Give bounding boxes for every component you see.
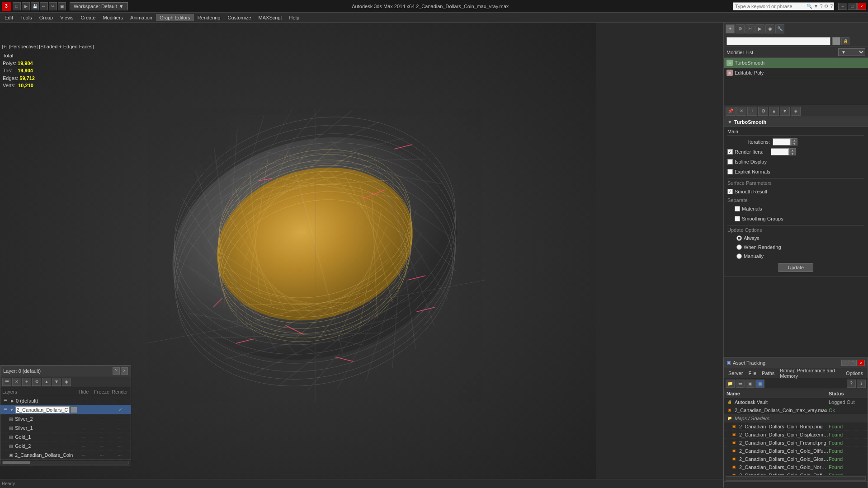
render-iters-checkbox[interactable] xyxy=(727,149,733,155)
asset-scroll-track[interactable] xyxy=(726,476,866,481)
materials-checkbox[interactable] xyxy=(735,206,740,211)
asset-tb-info-btn[interactable]: ℹ xyxy=(857,380,866,388)
configure-btn[interactable]: ⚙ xyxy=(758,107,768,116)
manually-radio[interactable] xyxy=(736,253,742,259)
layer-row-default[interactable]: ☰ ▶ 0 (default) --- --- --- xyxy=(0,396,131,405)
modifier-item-editablepoly[interactable]: ▣ Editable Poly xyxy=(724,68,868,78)
delete-modifier-btn[interactable]: ✕ xyxy=(736,107,746,116)
iterations-up-arrow[interactable]: ▲ xyxy=(791,138,797,142)
menu-customize[interactable]: Customize xyxy=(224,14,255,21)
workspace-selector[interactable]: Workspace: Default ▼ xyxy=(70,2,128,10)
asset-menu-options[interactable]: Options xyxy=(843,370,866,377)
create-panel-btn[interactable]: ✦ xyxy=(726,24,735,33)
undo-btn[interactable]: ↩ xyxy=(40,2,48,10)
menu-views[interactable]: Views xyxy=(57,14,77,21)
asset-row-bump[interactable]: ▣ 2_Canadian_Dollars_Coin_Bump.png Found xyxy=(724,422,868,431)
iterations-spinner[interactable]: ▲ ▼ xyxy=(791,138,797,145)
layer-row-coin2[interactable]: ▣ 2_Canadian_Dollars_Coin --- --- --- xyxy=(0,450,131,460)
pin-icon[interactable]: 📌 xyxy=(726,107,736,116)
layer-row-silver2[interactable]: ▤ Silver_2 --- --- --- xyxy=(0,414,131,423)
move-up-btn[interactable]: ▲ xyxy=(769,107,779,116)
object-name-input[interactable]: Gold_1 xyxy=(726,37,830,45)
layers-scroll-thumb[interactable] xyxy=(3,461,30,464)
render-iters-down-arrow[interactable]: ▼ xyxy=(789,152,796,155)
search-input[interactable] xyxy=(733,4,806,9)
viewport-plus-btn[interactable]: [+] xyxy=(2,44,8,49)
layers-scroll-track[interactable] xyxy=(2,461,129,465)
layers-toolbar-btn-7[interactable]: ◈ xyxy=(62,378,71,386)
menu-edit[interactable]: Edit xyxy=(1,14,17,21)
turbosmooth-collapse-arrow[interactable]: ▼ xyxy=(727,119,732,125)
layers-toolbar-btn-2[interactable]: ✕ xyxy=(12,378,21,386)
asset-close-btn[interactable]: × xyxy=(858,360,865,366)
asset-row-gold-normal[interactable]: ▣ 2_Canadian_Dollars_Coin_Gold_Normal.pn… xyxy=(724,463,868,471)
when-rendering-radio[interactable] xyxy=(736,244,742,250)
update-button[interactable]: Update xyxy=(778,263,813,272)
make-unique-btn[interactable]: ◈ xyxy=(791,107,801,116)
menu-tools[interactable]: Tools xyxy=(17,14,36,21)
menu-rendering[interactable]: Rendering xyxy=(194,14,224,21)
layers-toolbar-btn-4[interactable]: ⚙ xyxy=(32,378,41,386)
save-btn[interactable]: 💾 xyxy=(31,2,39,10)
layers-help-btn[interactable]: ? xyxy=(113,367,120,375)
layer-row-coin[interactable]: ☰ ▼ --- --- ✓ xyxy=(0,405,131,414)
asset-row-maxfile[interactable]: ▣ 2_Canadian_Dollars_Coin_max_vray.max O… xyxy=(724,406,868,414)
menu-animation[interactable]: Animation xyxy=(127,14,156,21)
asset-row-vault[interactable]: 🔒 Autodesk Vault Logged Out xyxy=(724,398,868,406)
asset-menu-bitmap[interactable]: Bitmap Performance and Memory xyxy=(777,367,843,380)
iterations-input[interactable]: 2 xyxy=(773,138,791,145)
iterations-down-arrow[interactable]: ▼ xyxy=(791,142,797,145)
render-iters-up-arrow[interactable]: ▲ xyxy=(789,148,796,152)
motion-panel-btn[interactable]: ▶ xyxy=(755,24,764,33)
layers-toolbar-btn-5[interactable]: ▲ xyxy=(42,378,51,386)
asset-row-gold-reflect[interactable]: ▣ 2_Canadian_Dollars_Coin_Gold_Reflect.p… xyxy=(724,471,868,475)
asset-tb-btn-1[interactable]: 📁 xyxy=(726,380,735,388)
modifier-list-dropdown[interactable]: ▼ xyxy=(838,48,865,56)
layers-toolbar-btn-3[interactable]: + xyxy=(22,378,31,386)
menu-create[interactable]: Create xyxy=(77,14,99,21)
asset-tb-btn-2[interactable]: ☰ xyxy=(736,380,745,388)
modify-panel-btn[interactable]: ⚙ xyxy=(736,24,745,33)
asset-menu-paths[interactable]: Paths xyxy=(759,370,777,377)
help-icon[interactable]: ? xyxy=(819,4,824,9)
open-btn[interactable]: ▶ xyxy=(22,2,30,10)
menu-graph-editors[interactable]: Graph Editors xyxy=(156,14,194,21)
layer-row-gold1[interactable]: ▤ Gold_1 --- --- --- xyxy=(0,432,131,441)
menu-modifiers[interactable]: Modifiers xyxy=(99,14,127,21)
display-panel-btn[interactable]: ◉ xyxy=(765,24,774,33)
what-is-icon[interactable]: ? xyxy=(829,4,834,9)
asset-tb-btn-4[interactable]: ▦ xyxy=(755,380,764,388)
new-btn[interactable]: □ xyxy=(13,2,21,10)
layer-rename-input[interactable] xyxy=(15,406,70,413)
layer-row-gold2[interactable]: ▤ Gold_2 --- --- --- xyxy=(0,441,131,450)
search-box[interactable]: 🔍 ▼ ? ⚙ ? xyxy=(733,2,834,10)
menu-maxscript[interactable]: MAXScript xyxy=(255,14,286,21)
redo-btn[interactable]: ↪ xyxy=(49,2,57,10)
object-color-swatch[interactable] xyxy=(832,37,840,45)
explicit-normals-checkbox[interactable] xyxy=(727,169,733,174)
modifier-item-turbosmooth[interactable]: ⚙ TurboSmooth xyxy=(724,58,868,68)
asset-minimize-btn[interactable]: − xyxy=(841,360,849,366)
smooth-result-checkbox[interactable] xyxy=(727,189,733,194)
viewport-label[interactable]: [+] [Perspective] [Shaded + Edged Faces] xyxy=(2,44,94,49)
asset-row-fresnel[interactable]: ▣ 2_Canadian_Dollars_Coin_Fresnel.png Fo… xyxy=(724,439,868,447)
move-down-btn[interactable]: ▼ xyxy=(780,107,790,116)
lock-selection-btn[interactable]: 🔒 xyxy=(841,37,849,45)
layers-close-btn[interactable]: × xyxy=(121,367,128,375)
isoline-checkbox[interactable] xyxy=(727,159,733,164)
asset-row-gold-gloss[interactable]: ▣ 2_Canadian_Dollars_Coin_Gold_Glossines… xyxy=(724,455,868,463)
layers-toolbar-btn-1[interactable]: ☰ xyxy=(2,378,11,386)
layer-color-coin[interactable] xyxy=(71,407,77,413)
layer-expand-coin[interactable]: ▼ xyxy=(9,407,14,413)
asset-maximize-btn[interactable]: □ xyxy=(849,360,857,366)
maximize-button[interactable]: □ xyxy=(848,3,857,10)
asset-row-gold-diffuse[interactable]: ▣ 2_Canadian_Dollars_Coin_Gold_Diffuse.p… xyxy=(724,447,868,455)
layer-row-silver1[interactable]: ▤ Silver_1 --- --- --- xyxy=(0,423,131,432)
add-modifier-btn[interactable]: + xyxy=(747,107,757,116)
hierarchy-panel-btn[interactable]: H xyxy=(745,24,755,33)
layers-scrollbar[interactable] xyxy=(0,460,131,465)
menu-group[interactable]: Group xyxy=(36,14,57,21)
render-btn[interactable]: ▣ xyxy=(58,2,66,10)
utilities-panel-btn[interactable]: 🔧 xyxy=(775,24,784,33)
render-iters-input[interactable]: 2 xyxy=(771,148,789,155)
